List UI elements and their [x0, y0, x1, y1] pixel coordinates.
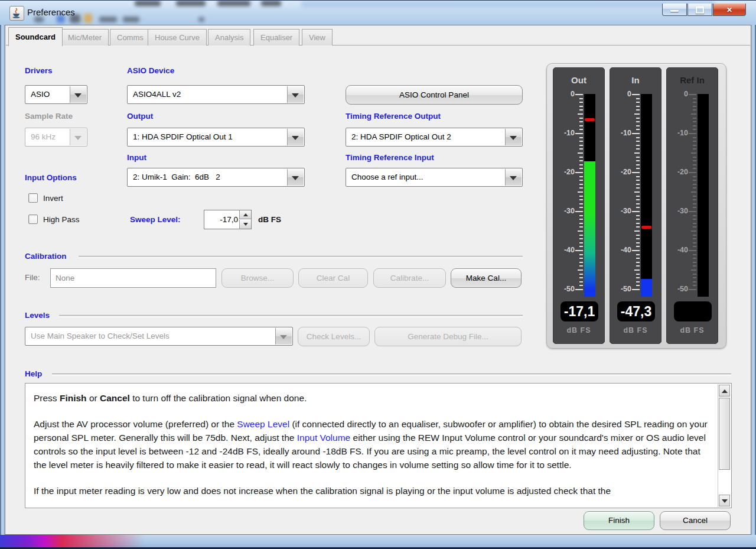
tab-mic-meter: Mic/Meter [61, 29, 109, 46]
sweep-level-unit-label: dB FS [258, 215, 281, 224]
scrollbar-up-button[interactable] [719, 385, 730, 397]
clear-cal-button: Clear Cal [298, 268, 368, 288]
minimize-button[interactable] [662, 4, 687, 16]
meter-scale-label: -50 [669, 285, 688, 293]
timing-reference-input-label: Timing Reference Input [346, 153, 434, 162]
calibration-divider [79, 256, 523, 258]
chevron-down-icon[interactable] [505, 129, 522, 145]
asio-control-panel-button[interactable]: ASIO Control Panel [346, 85, 523, 105]
meter-peak-marker [585, 118, 595, 121]
meter-scale-label: 0 [556, 90, 575, 98]
sample-rate-combo: 96 kHz [25, 128, 87, 147]
meter-scale-label: -40 [669, 246, 688, 254]
meter-scale-label: -30 [556, 207, 575, 215]
cal-file-field[interactable]: None [50, 268, 216, 288]
help-link[interactable]: Input Volume [297, 433, 350, 443]
chevron-down-icon[interactable] [70, 86, 86, 103]
make-cal-button[interactable]: Make Cal... [451, 268, 522, 288]
meter-value-display [674, 301, 712, 321]
chevron-down-icon[interactable] [287, 169, 304, 186]
tab-comms: Comms [110, 29, 151, 46]
scrollbar-down-button[interactable] [719, 495, 730, 506]
spinner-up-icon[interactable] [239, 210, 251, 219]
calibration-header: Calibration [25, 252, 67, 261]
output-label: Output [127, 112, 153, 121]
tab-house-curve: House Curve [148, 29, 207, 46]
sample-rate-label: Sample Rate [25, 112, 73, 121]
chevron-down-icon[interactable] [287, 86, 304, 103]
timing-reference-input-combo[interactable]: Choose a ref input... [346, 168, 523, 187]
meter-unit-label: dB FS [667, 326, 718, 334]
tab-soundcard[interactable]: Soundcard [8, 27, 63, 46]
meter-scale-label: 0 [669, 90, 688, 98]
generate-debug-button: Generate Debug File... [374, 327, 522, 346]
meter-title: In [610, 75, 661, 85]
meter-scale-label: 0 [612, 90, 631, 98]
meter-scale-label: -10 [556, 129, 575, 137]
meter-scale-label: -20 [612, 168, 631, 176]
meter-scale-label: -20 [669, 168, 688, 176]
help-header: Help [25, 369, 42, 378]
meter-value-display: -17,1 [561, 301, 598, 321]
maximize-icon [696, 7, 704, 14]
output-combo[interactable]: 1: HDA SPDIF Optical Out 1 [127, 128, 305, 147]
high-pass-checkbox[interactable] [28, 215, 38, 224]
levels-divider [59, 315, 523, 317]
meter-out: Out0-10-20-30-40-50-17,1dB FS [553, 67, 605, 344]
chevron-down-icon[interactable] [287, 129, 304, 145]
meter-scale-label: -40 [556, 246, 575, 254]
drivers-combo[interactable]: ASIO [25, 85, 87, 104]
levels-selector-combo: Use Main Speaker to Check/Set Levels [25, 327, 293, 346]
invert-checkbox[interactable] [28, 193, 38, 203]
chevron-down-icon [275, 328, 292, 345]
help-text-area: Press Finish or Cancel to turn off the c… [25, 383, 732, 508]
calibrate-button: Calibrate... [373, 268, 446, 288]
meter-peak-marker [641, 226, 651, 229]
window-border-bottom [0, 535, 756, 549]
tab-view: View [302, 29, 333, 46]
invert-checkbox-label: Invert [43, 194, 63, 203]
meter-value-display: -47,3 [617, 301, 655, 321]
timing-reference-output-label: Timing Reference Output [346, 112, 441, 121]
help-text: Press Finish or Cancel to turn off the c… [34, 386, 711, 508]
timing-reference-output-combo[interactable]: 2: HDA SPDIF Optical Out 2 [346, 128, 523, 147]
browse-button: Browse... [221, 268, 294, 288]
finish-button[interactable]: Finish [584, 511, 654, 530]
help-scrollbar[interactable] [718, 384, 731, 507]
spinner-down-icon[interactable] [239, 220, 251, 229]
meter-scale-label: -50 [556, 285, 575, 293]
meter-well [584, 94, 595, 297]
levels-header: Levels [25, 311, 50, 320]
meter-scale-label: -10 [669, 129, 688, 137]
meter-in: In0-10-20-30-40-50-47,3dB FS [610, 67, 662, 344]
sweep-level-spinner[interactable]: -17,0 [204, 210, 252, 229]
sweep-level-label: Sweep Level: [130, 215, 181, 224]
asio-device-label: ASIO Device [127, 66, 174, 75]
help-link[interactable]: Sweep Level [237, 419, 289, 429]
meter-unit-label: dB FS [553, 326, 604, 334]
asio-device-combo[interactable]: ASIO4ALL v2 [127, 85, 305, 104]
meter-scale-label: -20 [556, 168, 575, 176]
tab-equaliser: Equaliser [253, 29, 299, 46]
high-pass-checkbox-label: High Pass [43, 215, 80, 224]
minimize-icon [670, 10, 679, 12]
level-meters-panel: Out0-10-20-30-40-50-17,1dB FSIn0-10-20-3… [546, 63, 726, 349]
meter-scale-label: -30 [669, 207, 688, 215]
meter-scale-label: -10 [612, 129, 631, 137]
window-border-left [0, 25, 5, 535]
maximize-button[interactable] [687, 4, 712, 16]
meter-well [641, 94, 652, 297]
meter-scale-label: -40 [612, 246, 631, 254]
meter-bar [641, 279, 652, 297]
titlebar[interactable]: Preferences [0, 0, 756, 25]
scrollbar-thumb[interactable] [719, 398, 730, 470]
close-button[interactable]: ✕ [713, 4, 746, 16]
help-divider [52, 373, 731, 376]
chevron-down-icon[interactable] [505, 169, 522, 186]
input-combo[interactable]: 2: Umik-1 Gain: 6dB 2 [127, 168, 305, 187]
meter-title: Ref In [667, 75, 718, 85]
meter-well [698, 94, 709, 297]
cancel-button[interactable]: Cancel [660, 511, 731, 530]
meter-ref-in: Ref In0-10-20-30-40-50dB FS [666, 67, 718, 344]
input-options-label: Input Options [25, 173, 77, 182]
